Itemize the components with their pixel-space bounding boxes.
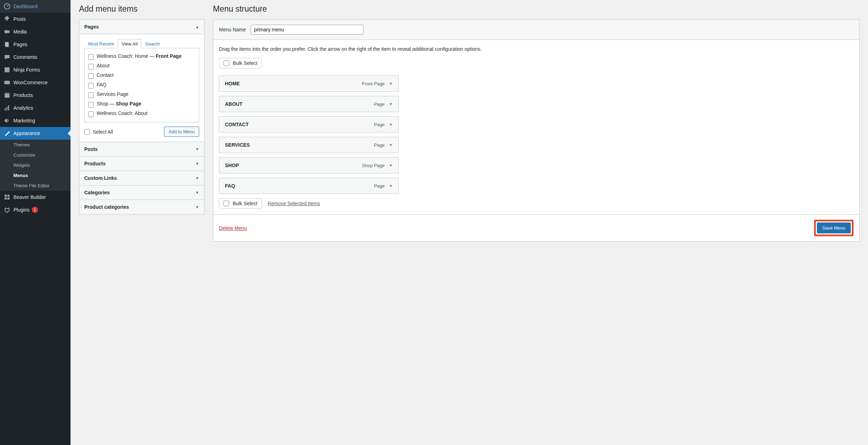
accordion-custom-links-toggle[interactable]: Custom Links▼ <box>79 171 204 185</box>
chevron-down-icon[interactable]: ▼ <box>389 184 393 188</box>
sidebar-item-pages[interactable]: Pages <box>0 38 71 51</box>
form-icon <box>4 66 11 73</box>
sidebar-label: Ninja Forms <box>13 67 40 73</box>
page-checkbox[interactable] <box>88 102 94 108</box>
builder-icon <box>4 194 11 201</box>
menu-item-title: FAQ <box>225 183 235 189</box>
page-checkbox-row[interactable]: Wellness Coach: About <box>88 109 195 118</box>
media-icon <box>4 28 11 35</box>
accordion-product-categories-toggle[interactable]: Product categories▼ <box>79 200 204 214</box>
accordion-pages-toggle[interactable]: Pages▲ <box>79 20 204 34</box>
sidebar-item-woocommerce[interactable]: WooCommerce <box>0 76 71 89</box>
sidebar-item-posts[interactable]: Posts <box>0 13 71 25</box>
page-checkbox-row[interactable]: Services Page <box>88 90 195 99</box>
menu-item[interactable]: ABOUTPage▼ <box>219 96 399 112</box>
submenu-menus[interactable]: Menus <box>0 170 71 181</box>
page-checkbox-row[interactable]: Wellness Coach: Home — Front Page <box>88 52 195 61</box>
chevron-down-icon[interactable]: ▼ <box>389 143 393 147</box>
sidebar-label: Comments <box>13 54 37 60</box>
add-to-menu-button[interactable]: Add to Menu <box>164 127 199 137</box>
pin-icon <box>4 16 11 23</box>
tab-search[interactable]: Search <box>141 39 164 48</box>
menu-item-type: Page <box>374 102 385 107</box>
sidebar-item-products[interactable]: Products <box>0 89 71 102</box>
accordion-categories-toggle[interactable]: Categories▼ <box>79 185 204 200</box>
menu-name-input[interactable] <box>251 25 363 35</box>
sidebar-item-analytics[interactable]: Analytics <box>0 102 71 114</box>
chevron-down-icon[interactable]: ▼ <box>389 81 393 86</box>
svg-rect-12 <box>7 195 10 197</box>
sidebar-item-appearance[interactable]: Appearance <box>0 127 71 140</box>
drag-hint: Drag the items into the order you prefer… <box>219 45 854 53</box>
select-all-checkbox[interactable] <box>84 129 90 135</box>
submenu-themes[interactable]: Themes <box>0 140 71 150</box>
comment-icon <box>4 54 11 61</box>
svg-point-1 <box>4 30 8 33</box>
caret-up-icon: ▲ <box>195 25 199 29</box>
menu-item[interactable]: CONTACTPage▼ <box>219 116 399 133</box>
sidebar-item-comments[interactable]: Comments <box>0 51 71 63</box>
menu-item[interactable]: HOMEFront Page▼ <box>219 75 399 92</box>
bulk-select-checkbox[interactable] <box>224 60 229 66</box>
sidebar-item-beaver-builder[interactable]: Beaver Builder <box>0 191 71 203</box>
page-checkbox[interactable] <box>88 92 94 98</box>
page-checkbox-row[interactable]: Contact <box>88 71 195 80</box>
submenu-theme-file-editor[interactable]: Theme File Editor <box>0 181 71 191</box>
sidebar-item-plugins[interactable]: Plugins1 <box>0 203 71 216</box>
svg-rect-9 <box>6 107 7 110</box>
sidebar-label: Pages <box>13 42 27 47</box>
tab-view-all[interactable]: View All <box>118 39 141 48</box>
save-menu-button[interactable]: Save Menu <box>817 223 851 233</box>
accordion-title: Products <box>84 161 106 166</box>
sidebar-label: Posts <box>13 16 26 22</box>
page-checkbox[interactable] <box>88 73 94 79</box>
page-checkbox[interactable] <box>88 83 94 89</box>
page-checkbox[interactable] <box>88 64 94 69</box>
sidebar-label: Plugins <box>13 207 30 213</box>
menu-item[interactable]: FAQPage▼ <box>219 178 399 194</box>
add-menu-items-heading: Add menu items <box>79 0 204 19</box>
svg-rect-14 <box>7 197 10 200</box>
tab-most-recent[interactable]: Most Recent <box>84 39 118 48</box>
pages-tabs: Most Recent View All Search <box>84 39 199 48</box>
select-all-row[interactable]: Select All <box>84 129 113 135</box>
admin-sidebar: Dashboard Posts Media Pages Comments Nin… <box>0 0 71 445</box>
chevron-down-icon[interactable]: ▼ <box>389 122 393 127</box>
chevron-down-icon[interactable]: ▼ <box>389 102 393 106</box>
sidebar-label: Analytics <box>13 105 33 111</box>
accordion-posts-toggle[interactable]: Posts▼ <box>79 142 204 156</box>
menu-item-type: Page <box>374 183 385 189</box>
submenu-customize[interactable]: Customize <box>0 150 71 160</box>
remove-selected-link[interactable]: Remove Selected Items <box>268 201 320 206</box>
page-checkbox[interactable] <box>88 111 94 117</box>
sidebar-item-ninja-forms[interactable]: Ninja Forms <box>0 63 71 76</box>
caret-down-icon: ▼ <box>195 190 199 195</box>
page-checkbox[interactable] <box>88 54 94 60</box>
caret-down-icon: ▼ <box>195 161 199 166</box>
sidebar-item-media[interactable]: Media <box>0 25 71 38</box>
appearance-submenu: Themes Customize Widgets Menus Theme Fil… <box>0 140 71 191</box>
delete-menu-link[interactable]: Delete Menu <box>219 225 247 231</box>
menu-item-title: SERVICES <box>225 142 250 148</box>
svg-rect-11 <box>5 195 7 197</box>
select-all-label: Select All <box>93 129 113 135</box>
bulk-select-top[interactable]: Bulk Select <box>219 58 262 68</box>
page-checkbox-row[interactable]: About <box>88 61 195 71</box>
page-checkbox-row[interactable]: FAQ <box>88 80 195 90</box>
submenu-widgets[interactable]: Widgets <box>0 160 71 170</box>
pages-checklist: Wellness Coach: Home — Front Page About … <box>84 48 199 122</box>
svg-rect-6 <box>5 94 10 98</box>
accordion-products-toggle[interactable]: Products▼ <box>79 156 204 171</box>
sidebar-item-marketing[interactable]: Marketing <box>0 114 71 127</box>
caret-down-icon: ▼ <box>195 205 199 209</box>
bulk-select-checkbox[interactable] <box>224 201 229 206</box>
menu-item[interactable]: SHOPShop Page▼ <box>219 157 399 173</box>
chevron-down-icon[interactable]: ▼ <box>389 163 393 167</box>
bulk-select-bottom[interactable]: Bulk Select <box>219 198 262 209</box>
sidebar-item-dashboard[interactable]: Dashboard <box>0 0 71 13</box>
menu-item[interactable]: SERVICESPage▼ <box>219 137 399 153</box>
sidebar-label: Dashboard <box>13 4 38 9</box>
page-checkbox-row[interactable]: Shop — Shop Page <box>88 99 195 109</box>
menu-item-title: ABOUT <box>225 101 243 107</box>
menu-name-label: Menu Name <box>219 27 246 32</box>
